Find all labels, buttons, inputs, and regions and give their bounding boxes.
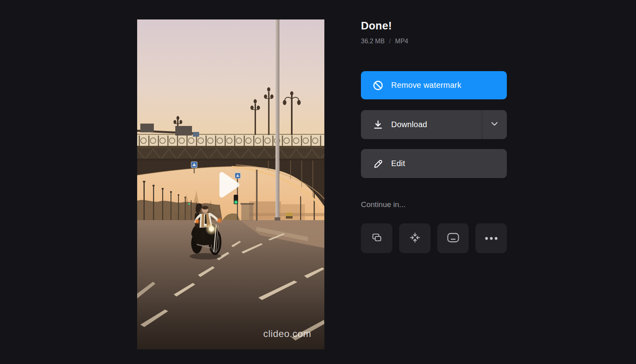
file-size: 36.2 MB (361, 38, 385, 45)
compress-icon (409, 232, 421, 245)
meta-divider: / (389, 38, 391, 45)
download-split-button: Download (361, 110, 507, 139)
download-options-button[interactable] (482, 110, 507, 139)
edit-label: Edit (391, 159, 405, 168)
subtitles-icon (447, 232, 460, 244)
play-icon[interactable] (219, 172, 240, 198)
clideo-watermark: clideo.com (263, 328, 311, 339)
download-button[interactable]: Download (361, 110, 482, 139)
merge-icon (371, 232, 383, 245)
file-format: MP4 (395, 38, 408, 45)
continue-subtitles-button[interactable] (437, 223, 469, 253)
remove-watermark-button[interactable]: Remove watermark (361, 71, 507, 99)
continue-options-row (361, 223, 507, 253)
chevron-down-icon (490, 119, 499, 130)
download-label: Download (391, 120, 427, 129)
pencil-icon (372, 158, 384, 169)
edit-button[interactable]: Edit (361, 149, 507, 178)
continue-in-label: Continue in... (361, 200, 405, 209)
video-preview[interactable]: clideo.com (137, 19, 324, 349)
file-meta: 36.2 MB / MP4 (361, 38, 408, 45)
more-icon (485, 235, 498, 242)
remove-watermark-label: Remove watermark (391, 81, 461, 90)
continue-compress-button[interactable] (399, 223, 430, 253)
download-icon (372, 120, 384, 130)
continue-more-button[interactable] (475, 223, 507, 253)
prohibit-icon (372, 80, 384, 91)
page-title: Done! (361, 20, 392, 32)
continue-merge-button[interactable] (361, 223, 392, 253)
